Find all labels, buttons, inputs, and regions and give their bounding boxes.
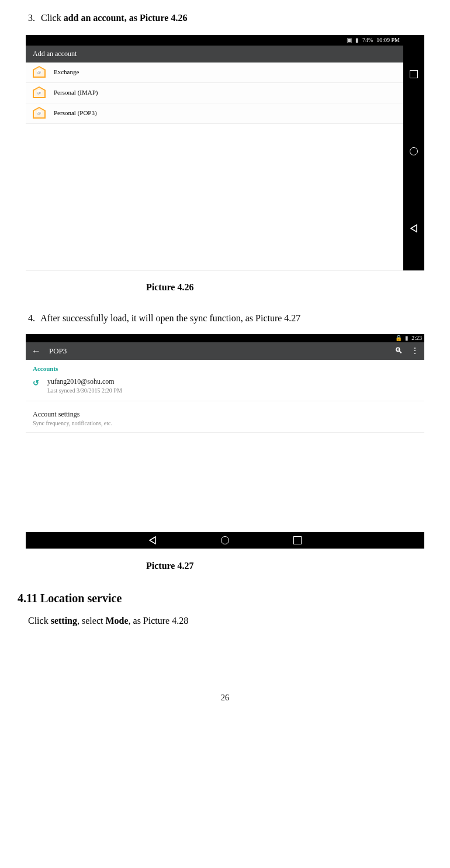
home-icon[interactable] [221, 536, 229, 544]
screen-title: Add an account [26, 46, 403, 63]
battery-icon: ▮ [405, 334, 409, 342]
section-label-accounts: Accounts [26, 360, 424, 374]
option-label: Personal (IMAP) [54, 88, 98, 97]
account-email: yufang2010@sohu.com [47, 377, 122, 387]
mail-icon: @ [32, 86, 47, 99]
step-text: After successfully load, it will open th… [40, 313, 300, 323]
account-option-exchange[interactable]: @ Exchange [26, 63, 403, 83]
account-last-synced: Last synced 3/30/2015 2:20 PM [47, 387, 122, 395]
step-3: 3. Click add an account, as Picture 4.26 [28, 12, 432, 25]
account-row[interactable]: ↺ yufang2010@sohu.com Last synced 3/30/2… [26, 374, 424, 401]
sync-icon: ↺ [33, 377, 39, 395]
option-label: Exchange [54, 68, 79, 77]
nav-bar [26, 532, 424, 548]
account-option-pop3[interactable]: @ Personal (POP3) [26, 103, 403, 124]
screenshot-4-27: 🔒 ▮ 2:23 ← POP3 🔍︎ ⋮ Accounts ↺ yufang20… [26, 334, 424, 549]
nav-bar [403, 35, 424, 270]
battery-icon: ▮ [355, 36, 359, 44]
figure-caption-426: Picture 4.26 [146, 281, 432, 294]
app-bar: ← POP3 🔍︎ ⋮ [26, 342, 424, 360]
home-icon[interactable] [410, 147, 418, 155]
body-text: Click setting, select Mode, as Picture 4… [28, 614, 432, 627]
option-label: Personal (POP3) [54, 109, 97, 117]
step-text-prefix: Click [41, 13, 64, 23]
step-4: 4. After successfully load, it will open… [28, 312, 432, 325]
status-bar: 🔒 ▮ 2:23 [26, 334, 424, 342]
appbar-title: POP3 [49, 346, 67, 356]
svg-text:@: @ [37, 91, 41, 95]
back-icon[interactable]: ← [32, 346, 41, 356]
settings-title: Account settings [33, 409, 417, 419]
back-icon[interactable] [410, 224, 418, 236]
mail-icon: @ [32, 107, 47, 120]
battery-percent: 74% [362, 36, 373, 44]
page-number: 26 [18, 692, 432, 704]
recent-apps-icon[interactable] [410, 70, 418, 78]
lock-icon: 🔒 [395, 334, 402, 342]
svg-text:@: @ [37, 70, 41, 75]
list-number: 4. [28, 312, 39, 325]
figure-caption-427: Picture 4.27 [146, 560, 432, 572]
svg-text:@: @ [37, 111, 41, 116]
status-bar: ▣ ▮ 74% 10:09 PM [26, 35, 403, 46]
mail-icon: @ [32, 66, 47, 79]
screenshot-4-26: ▣ ▮ 74% 10:09 PM Add an account @ Exchan… [26, 35, 424, 270]
settings-subtitle: Sync frequency, notifications, etc. [33, 419, 417, 428]
image-icon: ▣ [347, 36, 352, 44]
recent-apps-icon[interactable] [293, 536, 302, 544]
search-icon[interactable]: 🔍︎ [394, 345, 403, 357]
account-option-imap[interactable]: @ Personal (IMAP) [26, 83, 403, 103]
status-time: 2:23 [411, 334, 422, 342]
status-time: 10:09 PM [376, 36, 400, 44]
step-text-bold: add an account, as Picture 4.26 [64, 13, 188, 23]
list-number: 3. [28, 12, 39, 25]
section-heading: 4.11 Location service [18, 590, 432, 606]
back-icon[interactable] [148, 536, 157, 544]
overflow-menu-icon[interactable]: ⋮ [411, 345, 418, 357]
account-settings-row[interactable]: Account settings Sync frequency, notific… [26, 401, 424, 433]
